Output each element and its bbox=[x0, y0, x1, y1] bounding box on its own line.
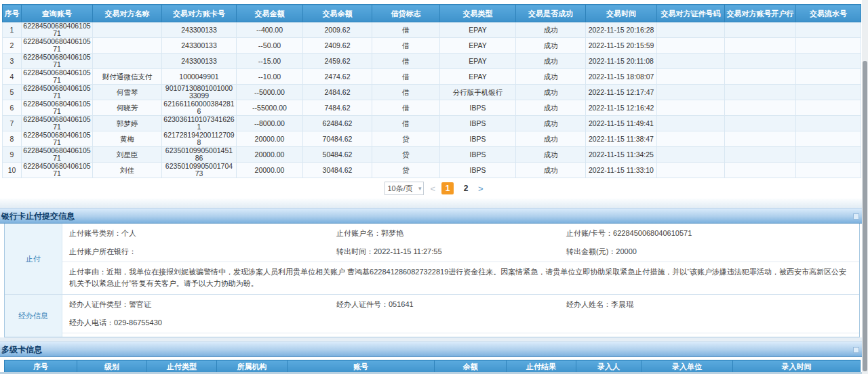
field-account-type: 止付账号类别：个人 bbox=[69, 228, 336, 238]
stop-payment-section-title: 银行卡止付提交信息 bbox=[1, 211, 75, 221]
table-cell bbox=[796, 22, 861, 38]
page-button-2[interactable]: 2 bbox=[460, 182, 472, 194]
table-cell: --10.00 bbox=[237, 69, 303, 85]
field-transfer-time: 转出时间：2022-11-15 11:27:55 bbox=[336, 247, 566, 257]
table-cell: 刘佳 bbox=[93, 163, 162, 178]
handler-fields: 经办人证件类型：警官证 经办人证件号：051641 经办人姓名：李晨琨 经办人电… bbox=[62, 295, 859, 333]
panel-divider bbox=[0, 199, 868, 208]
column-header: 交易时间 bbox=[586, 5, 657, 22]
table-cell: 2022-11-15 20:15:59 bbox=[586, 38, 657, 54]
table-cell bbox=[657, 85, 725, 100]
table-cell bbox=[796, 100, 861, 116]
table-cell: EPAY bbox=[440, 54, 516, 69]
table-cell bbox=[93, 38, 162, 54]
table-cell: 50484.62 bbox=[303, 147, 372, 163]
table-cell bbox=[725, 163, 796, 178]
table-row: 26228450068040610571243300133--50.002409… bbox=[3, 38, 861, 54]
table-cell: 3 bbox=[3, 54, 22, 69]
table-cell: 分行版手机银行 bbox=[440, 85, 516, 100]
table-cell: IBPS bbox=[440, 147, 516, 163]
table-cell: 6228450068040610571 bbox=[22, 147, 93, 163]
multilevel-section-title: 多级卡信息 bbox=[1, 345, 42, 354]
table-cell: 2 bbox=[3, 38, 22, 54]
field-bank: 止付账户所在银行： bbox=[69, 247, 336, 257]
table-cell bbox=[725, 131, 796, 147]
table-cell: 何雪琴 bbox=[93, 85, 162, 100]
table-cell: 6235010990500145186 bbox=[162, 147, 237, 163]
page-size-select[interactable]: 10条/页 ▾ bbox=[384, 182, 424, 195]
table-cell: 6228450068040610571 bbox=[22, 163, 93, 178]
column-header: 序号 bbox=[3, 5, 22, 22]
table-cell: 6228450068040610571 bbox=[22, 100, 93, 116]
table-cell: 6228450068040610571 bbox=[22, 54, 93, 69]
table-cell: 9 bbox=[3, 147, 22, 163]
table-cell: 2022-11-15 11:38:47 bbox=[586, 131, 657, 147]
table-cell: 2474.62 bbox=[303, 69, 372, 85]
table-row: 76228450068040610571郭梦婷62303611010734162… bbox=[3, 116, 861, 131]
field-transfer-amount: 转出金额(元)：20000 bbox=[566, 247, 855, 257]
table-cell bbox=[725, 85, 796, 100]
page-button-1[interactable]: 1 bbox=[441, 182, 454, 194]
table-cell: 6228450068040610571 bbox=[22, 131, 93, 147]
table-cell bbox=[657, 147, 725, 163]
table-cell: 6 bbox=[3, 100, 22, 116]
table-cell: 成功 bbox=[516, 116, 586, 131]
table-cell: 借 bbox=[372, 100, 440, 116]
table-cell: 5 bbox=[3, 85, 22, 100]
transactions-table: 序号查询账号交易对方名称交易对方账卡号交易金额交易余额借贷标志交易类型交易是否成… bbox=[2, 4, 861, 178]
scrollbar-thumb[interactable] bbox=[863, 61, 867, 371]
table-cell bbox=[796, 163, 861, 178]
table-cell: 6217281942001127098 bbox=[162, 131, 237, 147]
handler-group-label: 经办信息 bbox=[5, 295, 62, 337]
table-cell: 2022-11-15 18:08:07 bbox=[586, 69, 657, 85]
table-cell: 62484.62 bbox=[303, 116, 372, 131]
table-cell: 9010713080100100033099 bbox=[162, 85, 237, 100]
table-cell: 借 bbox=[372, 116, 440, 131]
table-cell bbox=[725, 38, 796, 54]
table-cell: EPAY bbox=[440, 22, 516, 38]
table-cell: 6216611600003842816 bbox=[162, 100, 237, 116]
column-header: 交易是否成功 bbox=[516, 5, 586, 22]
table-cell: --5000.00 bbox=[237, 85, 303, 100]
table-cell: 20000.00 bbox=[237, 163, 303, 178]
table-cell: 6228450068040610571 bbox=[22, 116, 93, 131]
table-row: 36228450068040610571243300133--15.002459… bbox=[3, 54, 861, 69]
field-handler-phone: 经办人电话：029-86755430 bbox=[69, 318, 336, 328]
table-row: 66228450068040610571何晓芳62166116000038428… bbox=[3, 100, 861, 116]
table-cell bbox=[796, 147, 861, 163]
table-cell: 2484.62 bbox=[303, 85, 372, 100]
table-cell: 郭梦婷 bbox=[93, 116, 162, 131]
table-cell: 1 bbox=[3, 22, 22, 38]
table-cell: --55000.00 bbox=[237, 100, 303, 116]
table-cell: EPAY bbox=[440, 38, 516, 54]
collapse-icon[interactable] bbox=[853, 347, 859, 353]
table-cell: --8000.00 bbox=[237, 116, 303, 131]
table-cell bbox=[657, 131, 725, 147]
prev-page-icon[interactable]: < bbox=[430, 184, 435, 194]
table-cell: 借 bbox=[372, 85, 440, 100]
collapse-icon[interactable] bbox=[853, 213, 859, 220]
table-cell: 何晓芳 bbox=[93, 100, 162, 116]
table-cell: 成功 bbox=[516, 100, 586, 116]
table-cell bbox=[725, 100, 796, 116]
transactions-header-row: 序号查询账号交易对方名称交易对方账卡号交易金额交易余额借贷标志交易类型交易是否成… bbox=[3, 5, 861, 22]
table-cell: 20000.00 bbox=[237, 131, 303, 147]
next-page-icon[interactable]: > bbox=[478, 184, 484, 194]
column-header: 交易对方账卡号 bbox=[162, 5, 237, 22]
table-cell: 6228450068040610571 bbox=[22, 38, 93, 54]
stop-payment-group-label: 止付 bbox=[5, 224, 62, 294]
table-cell: 4 bbox=[3, 69, 22, 85]
handler-group: 经办信息 经办人证件类型：警官证 经办人证件号：051641 经办人姓名：李晨琨… bbox=[5, 294, 859, 337]
table-cell: 7484.62 bbox=[303, 100, 372, 116]
table-cell: 成功 bbox=[516, 85, 586, 100]
table-cell bbox=[657, 54, 725, 69]
stop-payment-section-bar: 银行卡止付提交信息 bbox=[0, 208, 868, 224]
stop-payment-box: 止付 止付账号类别：个人 止付账户名：郭梦艳 止付账/卡号：6228450068… bbox=[4, 224, 860, 337]
table-cell bbox=[725, 54, 796, 69]
table-cell: 7 bbox=[3, 116, 22, 131]
table-cell: 2022-11-15 11:34:25 bbox=[586, 147, 657, 163]
table-cell: 财付通微信支付 bbox=[93, 69, 162, 85]
table-cell bbox=[725, 22, 796, 38]
table-cell: 成功 bbox=[516, 163, 586, 178]
table-cell bbox=[93, 22, 162, 38]
